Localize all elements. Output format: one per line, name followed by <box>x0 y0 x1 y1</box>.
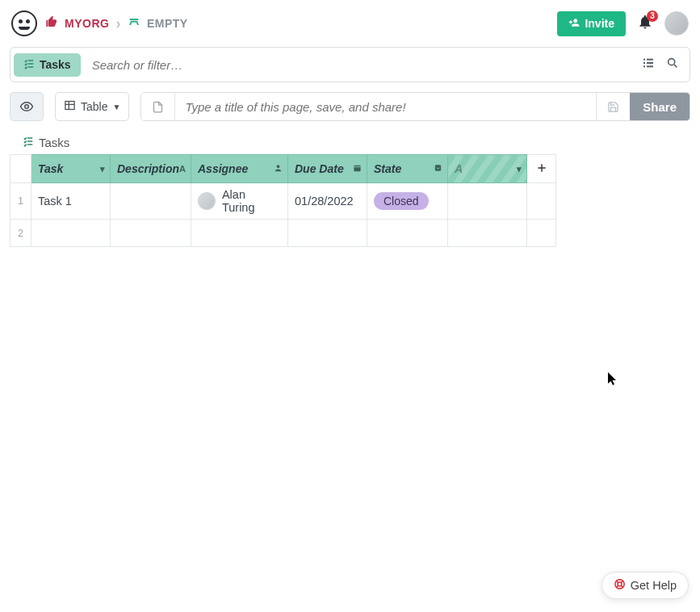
view-selector[interactable]: Table ▼ <box>55 92 129 121</box>
table-icon <box>64 99 76 114</box>
svg-rect-10 <box>354 166 360 171</box>
svg-rect-0 <box>643 59 645 61</box>
avatar <box>198 192 216 210</box>
caret-down-icon: ▾ <box>517 164 522 174</box>
document-icon[interactable] <box>141 93 175 120</box>
list-check-icon <box>23 136 34 149</box>
svg-rect-4 <box>647 62 653 64</box>
cell-new[interactable] <box>448 220 527 247</box>
searchbar: Tasks <box>10 47 690 82</box>
svg-point-6 <box>669 59 675 65</box>
cell-state[interactable] <box>367 220 448 247</box>
state-pill: Closed <box>374 192 429 210</box>
share-button[interactable]: Share <box>630 93 690 120</box>
view-label: Table <box>81 100 107 113</box>
breadcrumb-page[interactable]: EMPTY <box>147 17 188 30</box>
breadcrumb: MYORG › EMPTY <box>45 15 188 32</box>
breadcrumb-org[interactable]: MYORG <box>65 17 109 30</box>
cell-new[interactable] <box>448 183 527 220</box>
cell-task[interactable] <box>31 220 111 247</box>
toolbar: Table ▼ Share <box>0 82 700 131</box>
user-plus-icon <box>568 17 580 31</box>
search-icon[interactable] <box>660 57 685 73</box>
table-row[interactable]: 1 Task 1 Alan Turing 01/28/2022 Closed <box>10 183 556 220</box>
rownum-header <box>10 155 31 183</box>
svg-rect-2 <box>643 65 645 67</box>
get-help-label: Get Help <box>631 579 677 592</box>
svg-rect-5 <box>647 65 653 67</box>
context-chip-label: Tasks <box>40 58 71 71</box>
cell-state[interactable]: Closed <box>367 183 448 220</box>
chevron-right-icon: › <box>115 15 121 32</box>
invite-button[interactable]: Invite <box>557 11 626 36</box>
life-ring-icon <box>614 578 626 593</box>
svg-point-7 <box>25 105 29 109</box>
svg-rect-11 <box>435 165 441 170</box>
thumbs-up-icon <box>45 15 58 31</box>
cell-assignee[interactable]: Alan Turing <box>191 183 288 220</box>
get-help-button[interactable]: Get Help <box>601 572 689 599</box>
list-check-icon <box>23 58 35 72</box>
cell-task[interactable]: Task 1 <box>31 183 111 220</box>
properties-icon[interactable] <box>636 57 660 73</box>
row-number: 2 <box>10 220 31 247</box>
cell-empty <box>527 220 556 247</box>
svg-point-9 <box>277 165 280 168</box>
select-icon <box>434 164 442 174</box>
user-avatar[interactable] <box>664 11 689 36</box>
col-task[interactable]: Task ▾ <box>31 155 111 183</box>
user-icon <box>274 164 283 174</box>
row-number: 1 <box>10 183 31 220</box>
svg-rect-3 <box>647 59 653 61</box>
col-state[interactable]: State <box>367 155 448 183</box>
svg-rect-1 <box>643 62 645 64</box>
visibility-button[interactable] <box>10 92 44 121</box>
title-bar: Share <box>140 92 690 121</box>
table-row[interactable]: 2 <box>10 220 556 247</box>
grid-title: Tasks <box>10 131 690 154</box>
add-column-button[interactable] <box>527 155 556 183</box>
caret-down-icon: ▾ <box>100 164 105 174</box>
grid-title-label: Tasks <box>39 136 69 149</box>
cursor-icon <box>607 371 618 389</box>
caret-down-icon: ▼ <box>112 103 120 111</box>
cell-description[interactable] <box>111 220 191 247</box>
cell-due-date[interactable]: 01/28/2022 <box>288 183 367 220</box>
col-assignee[interactable]: Assignee <box>191 155 288 183</box>
cell-due-date[interactable] <box>288 220 367 247</box>
svg-rect-8 <box>65 102 74 110</box>
picnic-table-icon <box>128 15 140 31</box>
save-button[interactable] <box>596 93 630 120</box>
cell-assignee[interactable] <box>191 220 288 247</box>
search-input[interactable] <box>84 58 636 72</box>
page-title-input[interactable] <box>175 93 596 120</box>
notification-badge: 3 <box>647 10 658 22</box>
invite-label: Invite <box>585 17 614 30</box>
svg-point-13 <box>618 582 622 586</box>
context-chip-tasks[interactable]: Tasks <box>14 53 81 77</box>
notifications-button[interactable]: 3 <box>637 14 653 34</box>
app-logo[interactable] <box>11 10 37 36</box>
text-type-icon: A <box>179 164 186 174</box>
col-due-date[interactable]: Due Date <box>288 155 367 183</box>
cell-empty <box>527 183 556 220</box>
cell-description[interactable] <box>111 183 191 220</box>
col-new[interactable]: A ▾ <box>448 155 527 183</box>
assignee-name: Alan Turing <box>222 188 281 214</box>
col-description[interactable]: Description A <box>111 155 191 183</box>
header: MYORG › EMPTY Invite 3 <box>0 0 700 47</box>
calendar-icon <box>353 164 362 174</box>
grid: Tasks Task ▾ Description A Assignee <box>0 131 700 247</box>
